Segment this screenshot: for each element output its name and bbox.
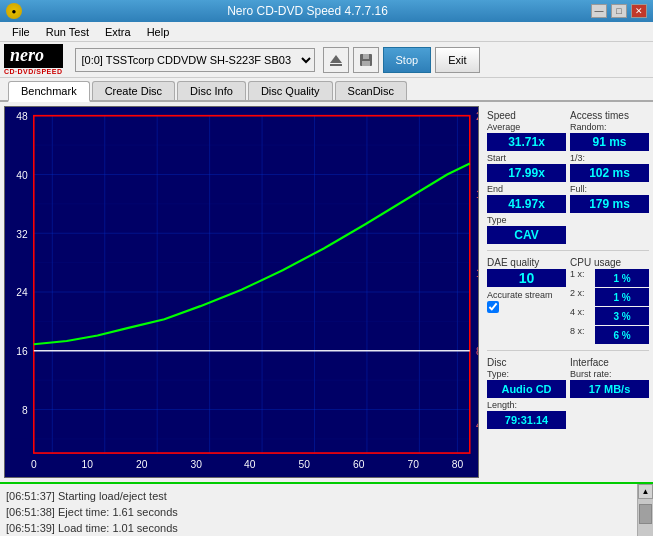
svg-rect-4 xyxy=(362,61,370,66)
log-scrollbar[interactable]: ▲ ▼ xyxy=(637,484,653,536)
end-label: End xyxy=(487,184,566,194)
svg-text:32: 32 xyxy=(16,227,28,239)
access-times-section: Access times Random: 91 ms 1/3: 102 ms F… xyxy=(570,110,649,244)
menu-help[interactable]: Help xyxy=(139,24,178,40)
cpu-1x-value: 1 % xyxy=(595,269,649,287)
burst-label: Burst rate: xyxy=(570,369,649,379)
tab-create-disc[interactable]: Create Disc xyxy=(92,81,175,100)
menu-run-test[interactable]: Run Test xyxy=(38,24,97,40)
log-entry-2: [06:51:39] Load time: 1.01 seconds xyxy=(6,520,631,536)
svg-text:80: 80 xyxy=(452,458,464,470)
exit-button[interactable]: Exit xyxy=(435,47,479,73)
start-value: 17.99x xyxy=(487,164,566,182)
cpu-row-8x: 8 x: 6 % xyxy=(570,326,649,344)
cpu-8x-label: 8 x: xyxy=(570,326,592,343)
maximize-button[interactable]: □ xyxy=(611,4,627,18)
tabs: Benchmark Create Disc Disc Info Disc Qua… xyxy=(0,78,653,102)
svg-text:8: 8 xyxy=(22,404,28,416)
log-entry-1: [06:51:38] Eject time: 1.61 seconds xyxy=(6,504,631,520)
tab-disc-info[interactable]: Disc Info xyxy=(177,81,246,100)
svg-text:48: 48 xyxy=(16,110,28,122)
interface-title: Interface xyxy=(570,357,649,368)
full-label: Full: xyxy=(570,184,649,194)
cpu-4x-value: 3 % xyxy=(595,307,649,325)
svg-rect-1 xyxy=(330,64,342,66)
main-content: 48 40 32 24 16 8 20 16 12 8 4 0 10 20 30… xyxy=(0,102,653,482)
toolbar: nero CD·DVD/SPEED [0:0] TSSTcorp CDDVDW … xyxy=(0,42,653,78)
cpu-row-1x: 1 x: 1 % xyxy=(570,269,649,287)
accurate-stream-checkbox[interactable] xyxy=(487,301,499,313)
cpu-2x-label: 2 x: xyxy=(570,288,592,305)
eject-icon-button[interactable] xyxy=(323,47,349,73)
svg-marker-0 xyxy=(330,55,342,63)
tab-disc-quality[interactable]: Disc Quality xyxy=(248,81,333,100)
svg-text:20: 20 xyxy=(136,458,148,470)
disc-length-value: 79:31.14 xyxy=(487,411,566,429)
disc-section: Disc Type: Audio CD Length: 79:31.14 xyxy=(487,357,566,429)
log-entry-0: [06:51:37] Starting load/eject test xyxy=(6,488,631,504)
nero-logo: nero CD·DVD/SPEED xyxy=(4,44,63,75)
menu-file[interactable]: File xyxy=(4,24,38,40)
drive-selector[interactable]: [0:0] TSSTcorp CDDVDW SH-S223F SB03 xyxy=(75,48,315,72)
close-button[interactable]: ✕ xyxy=(631,4,647,18)
cpu-row-4x: 4 x: 3 % xyxy=(570,307,649,325)
tab-scandisc[interactable]: ScanDisc xyxy=(335,81,407,100)
svg-text:0: 0 xyxy=(31,458,37,470)
svg-text:50: 50 xyxy=(299,458,311,470)
menu-extra[interactable]: Extra xyxy=(97,24,139,40)
svg-text:40: 40 xyxy=(16,169,28,181)
disc-title: Disc xyxy=(487,357,566,368)
disc-length-label: Length: xyxy=(487,400,566,410)
access-times-title: Access times xyxy=(570,110,649,121)
save-icon-button[interactable] xyxy=(353,47,379,73)
svg-text:20: 20 xyxy=(476,110,478,122)
minimize-button[interactable]: — xyxy=(591,4,607,18)
svg-text:8: 8 xyxy=(476,345,478,357)
random-value: 91 ms xyxy=(570,133,649,151)
svg-text:60: 60 xyxy=(353,458,365,470)
scroll-up-button[interactable]: ▲ xyxy=(638,484,653,499)
svg-text:16: 16 xyxy=(16,345,28,357)
cpu-row-2x: 2 x: 1 % xyxy=(570,288,649,306)
titlebar: ● Nero CD-DVD Speed 4.7.7.16 — □ ✕ xyxy=(0,0,653,22)
end-value: 41.97x xyxy=(487,195,566,213)
svg-text:40: 40 xyxy=(244,458,256,470)
interface-section: Interface Burst rate: 17 MB/s xyxy=(570,357,649,429)
cpu-8x-value: 6 % xyxy=(595,326,649,344)
burst-value: 17 MB/s xyxy=(570,380,649,398)
cpu-1x-label: 1 x: xyxy=(570,269,592,286)
cpu-4x-label: 4 x: xyxy=(570,307,592,324)
cpu-title: CPU usage xyxy=(570,257,649,268)
scroll-thumb[interactable] xyxy=(639,504,652,524)
speed-section: Speed Average 31.71x Start 17.99x End 41… xyxy=(487,110,566,244)
cpu-usage-section: CPU usage 1 x: 1 % 2 x: 1 % 4 x: 3 % 8 x… xyxy=(570,257,649,344)
cpu-2x-value: 1 % xyxy=(595,288,649,306)
accurate-stream-label: Accurate stream xyxy=(487,290,553,300)
stop-button[interactable]: Stop xyxy=(383,47,432,73)
svg-text:24: 24 xyxy=(16,286,28,298)
svg-text:16: 16 xyxy=(476,188,478,200)
dae-title: DAE quality xyxy=(487,257,566,268)
accurate-stream-check xyxy=(487,301,566,313)
log-content: [06:51:37] Starting load/eject test [06:… xyxy=(0,484,637,536)
dae-value: 10 xyxy=(487,269,566,287)
full-value: 179 ms xyxy=(570,195,649,213)
titlebar-title: Nero CD-DVD Speed 4.7.7.16 xyxy=(227,4,388,18)
disc-type-value: Audio CD xyxy=(487,380,566,398)
one-third-label: 1/3: xyxy=(570,153,649,163)
average-label: Average xyxy=(487,122,566,132)
type-label: Type xyxy=(487,215,566,225)
type-value: CAV xyxy=(487,226,566,244)
svg-text:10: 10 xyxy=(82,458,94,470)
one-third-value: 102 ms xyxy=(570,164,649,182)
log-area: [06:51:37] Starting load/eject test [06:… xyxy=(0,482,653,536)
chart-area: 48 40 32 24 16 8 20 16 12 8 4 0 10 20 30… xyxy=(4,106,479,478)
tab-benchmark[interactable]: Benchmark xyxy=(8,81,90,102)
speed-title: Speed xyxy=(487,110,566,121)
average-value: 31.71x xyxy=(487,133,566,151)
svg-text:30: 30 xyxy=(191,458,203,470)
start-label: Start xyxy=(487,153,566,163)
scroll-track xyxy=(638,499,653,536)
right-panel: Speed Average 31.71x Start 17.99x End 41… xyxy=(483,102,653,482)
disc-type-label: Type: xyxy=(487,369,566,379)
